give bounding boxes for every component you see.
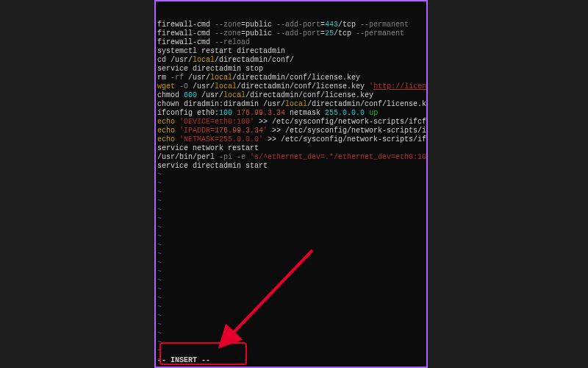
vim-empty-line: ~ <box>157 224 425 233</box>
vim-empty-line: ~ <box>157 294 425 303</box>
code-line: chmod 600 /usr/local/directadmin/conf/li… <box>157 91 425 100</box>
vim-empty-line: ~ <box>157 250 425 259</box>
vim-empty-line: ~ <box>157 180 425 188</box>
code-line: service network restart <box>157 144 425 153</box>
code-line: ifconfig eth0:100 176.99.3.34 netmask 25… <box>157 109 425 118</box>
vim-buffer: firewall-cmd --zone=public --add-port=44… <box>157 21 425 365</box>
code-line: chown diradmin:diradmin /usr/local/direc… <box>157 100 425 109</box>
code-line: firewall-cmd --reload <box>157 38 425 47</box>
code-line: service directadmin start <box>157 162 425 171</box>
vim-terminal[interactable]: firewall-cmd --zone=public --add-port=44… <box>154 0 428 368</box>
vim-empty-line: ~ <box>157 241 425 250</box>
vim-empty-line: ~ <box>157 277 425 286</box>
vim-empty-line: ~ <box>157 171 425 180</box>
vim-empty-line: ~ <box>157 215 425 224</box>
code-line: /usr/bin/perl -pi -e 's/^ethernet_dev=.*… <box>157 153 425 162</box>
code-line: firewall-cmd --zone=public --add-port=25… <box>157 29 425 38</box>
code-line: echo 'DEVICE=eth0:100' >> /etc/sysconfig… <box>157 118 425 127</box>
vim-empty-line: ~ <box>157 259 425 268</box>
vim-mode-status: -- INSERT -- <box>157 356 210 365</box>
vim-empty-line: ~ <box>157 286 425 294</box>
vim-empty-line: ~ <box>157 330 425 339</box>
code-line: rm -rf /usr/local/directadmin/conf/licen… <box>157 74 425 82</box>
vim-empty-line: ~ <box>157 206 425 215</box>
code-line: systemctl restart directadmin <box>157 47 425 56</box>
code-line: wget -O /usr/local/directadmin/conf/lice… <box>157 82 425 91</box>
vim-empty-line: ~ <box>157 197 425 206</box>
code-line: service directadmin stop <box>157 65 425 74</box>
vim-empty-line: ~ <box>157 303 425 312</box>
vim-empty-line: ~ <box>157 188 425 197</box>
vim-empty-line: ~ <box>157 312 425 321</box>
vim-empty-line: ~ <box>157 268 425 277</box>
code-line: firewall-cmd --zone=public --add-port=44… <box>157 21 425 29</box>
vim-empty-line: ~ <box>157 339 425 347</box>
vim-empty-line: ~ <box>157 233 425 241</box>
code-line: echo 'NETMASK=255.0.0.0' >> /etc/sysconf… <box>157 135 425 144</box>
code-line: cd /usr/local/directadmin/conf/ <box>157 56 425 65</box>
code-line: echo 'IPADDR=176.99.3.34' >> /etc/syscon… <box>157 127 425 135</box>
vim-empty-line: ~ <box>157 347 425 356</box>
vim-empty-line: ~ <box>157 321 425 330</box>
